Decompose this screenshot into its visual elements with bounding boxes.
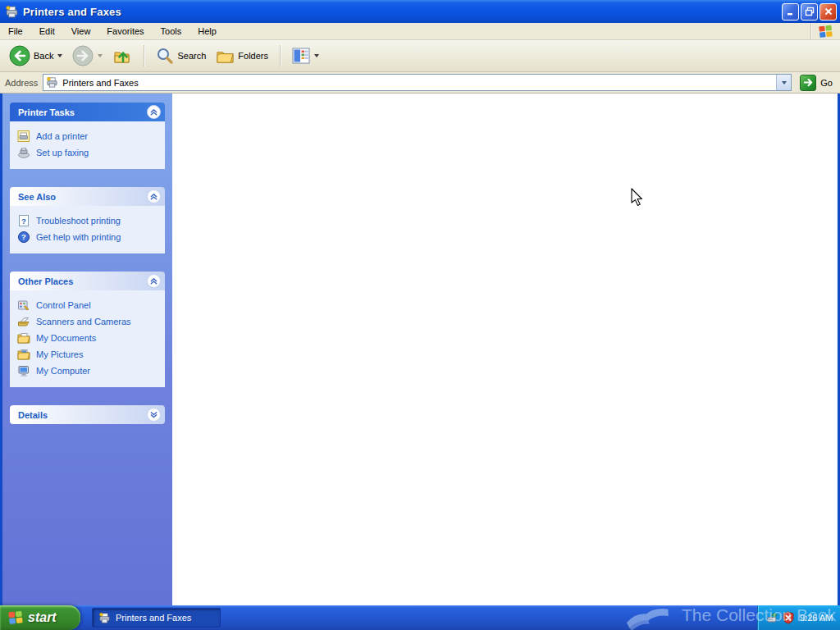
scanners-cameras-icon — [17, 315, 30, 328]
folders-label: Folders — [238, 51, 268, 61]
folders-icon — [216, 47, 235, 66]
task-link-label: Set up faxing — [36, 148, 89, 158]
svg-text:?: ? — [21, 232, 26, 241]
close-button[interactable] — [819, 3, 837, 21]
my-pictures-icon — [17, 348, 30, 361]
back-label: Back — [34, 51, 53, 61]
address-label: Address — [5, 78, 38, 88]
menu-favorites[interactable]: Favorites — [98, 23, 152, 39]
menu-edit[interactable]: Edit — [31, 23, 63, 39]
panel-other-places-header[interactable]: Other Places — [10, 272, 165, 290]
task-pane-sidebar: Printer Tasks Add a printer — [2, 94, 172, 605]
address-bar: Address Printers and Faxes Go — [0, 72, 840, 94]
printer-icon — [5, 5, 19, 19]
search-button[interactable]: Search — [153, 45, 208, 66]
search-icon — [156, 47, 174, 65]
forward-button[interactable] — [70, 43, 105, 68]
taskbar-button-printers-and-faxes[interactable]: Printers and Faxes — [92, 608, 221, 628]
menu-view[interactable]: View — [63, 23, 99, 39]
restore-button[interactable] — [801, 3, 818, 21]
menu-file[interactable]: File — [0, 23, 31, 39]
toolbar: Back Search — [0, 40, 840, 72]
link-my-documents[interactable]: My Documents — [17, 330, 162, 346]
my-documents-icon — [17, 331, 30, 345]
chevron-down-icon — [782, 81, 787, 84]
menu-spacer — [225, 23, 810, 39]
windows-logo-icon — [810, 23, 840, 39]
panel-title: See Also — [18, 192, 56, 202]
taskbar: start Printers and Faxes — [0, 605, 840, 630]
go-label: Go — [820, 78, 833, 88]
toolbar-separator — [144, 45, 144, 66]
panel-details-header[interactable]: Details — [10, 405, 165, 424]
link-control-panel[interactable]: Control Panel — [17, 297, 162, 313]
task-link-label: My Documents — [36, 333, 96, 343]
task-link-label: Get help with printing — [36, 232, 121, 242]
panel-title: Details — [18, 410, 48, 420]
window-titlebar: Printers and Faxes — [0, 0, 840, 23]
panel-other-places: Other Places Co — [10, 272, 165, 387]
panel-see-also: See Also ? Troubleshoot printing — [10, 187, 165, 253]
panel-details: Details — [10, 405, 165, 424]
toolbar-separator — [280, 45, 281, 66]
chevron-up-icon[interactable] — [147, 274, 161, 288]
start-button[interactable]: start — [0, 605, 80, 630]
views-dropdown-caret-icon[interactable] — [314, 54, 319, 57]
menu-tools[interactable]: Tools — [153, 23, 190, 39]
menu-help[interactable]: Help — [189, 23, 225, 39]
chevron-up-icon[interactable] — [147, 105, 161, 119]
views-button[interactable] — [290, 45, 322, 66]
panel-printer-tasks-header[interactable]: Printer Tasks — [10, 103, 165, 121]
back-icon — [9, 45, 30, 66]
panel-printer-tasks: Printer Tasks Add a printer — [10, 103, 165, 169]
address-input[interactable]: Printers and Faxes — [43, 74, 792, 91]
printer-icon — [98, 612, 111, 624]
windows-flag-icon — [7, 609, 24, 626]
back-button[interactable]: Back — [7, 43, 65, 68]
panel-title: Other Places — [18, 276, 73, 286]
forward-icon — [72, 45, 94, 66]
link-my-pictures[interactable]: My Pictures — [17, 346, 162, 363]
folders-button[interactable]: Folders — [213, 45, 271, 67]
up-button[interactable] — [110, 44, 135, 67]
window-content: Printer Tasks Add a printer — [0, 94, 840, 605]
address-dropdown-button[interactable] — [776, 75, 791, 90]
link-my-computer[interactable]: My Computer — [17, 363, 162, 379]
chevron-down-icon[interactable] — [147, 408, 161, 422]
task-set-up-faxing[interactable]: Set up faxing — [17, 144, 162, 161]
security-alert-icon[interactable] — [782, 611, 795, 624]
panel-other-places-body: Control Panel Scanners and Cameras — [10, 290, 165, 387]
taskbar-empty-area — [221, 605, 757, 630]
panel-see-also-header[interactable]: See Also — [10, 187, 165, 206]
go-arrow-icon — [800, 75, 816, 91]
link-get-help-with-printing[interactable]: ? Get help with printing — [17, 229, 162, 245]
task-link-label: My Computer — [36, 366, 90, 376]
folder-view-area[interactable] — [172, 94, 838, 605]
task-link-label: Troubleshoot printing — [36, 216, 121, 226]
troubleshoot-page-icon: ? — [17, 214, 30, 227]
svg-text:?: ? — [21, 217, 26, 226]
task-add-a-printer[interactable]: Add a printer — [17, 128, 162, 144]
system-tray: 9:26 AM — [757, 605, 840, 630]
add-printer-icon — [17, 130, 30, 143]
search-label: Search — [177, 51, 206, 61]
panel-title: Printer Tasks — [18, 107, 75, 117]
control-panel-icon — [17, 299, 30, 312]
safely-remove-hardware-icon[interactable] — [765, 611, 778, 624]
link-scanners-and-cameras[interactable]: Scanners and Cameras — [17, 313, 162, 330]
window-title: Printers and Faxes — [23, 6, 782, 18]
chevron-up-icon[interactable] — [147, 189, 161, 203]
back-dropdown-caret-icon[interactable] — [57, 54, 62, 57]
forward-dropdown-caret-icon[interactable] — [98, 54, 103, 57]
printer-icon — [46, 76, 58, 89]
start-label: start — [28, 610, 57, 625]
go-button[interactable]: Go — [797, 75, 838, 91]
views-icon — [292, 47, 310, 65]
task-link-label: Add a printer — [36, 131, 88, 141]
clock[interactable]: 9:26 AM — [800, 613, 833, 623]
task-link-label: My Pictures — [36, 349, 83, 359]
panel-printer-tasks-body: Add a printer Set up faxing — [10, 121, 165, 169]
minimize-button[interactable] — [782, 3, 799, 21]
link-troubleshoot-printing[interactable]: ? Troubleshoot printing — [17, 212, 162, 229]
task-link-label: Scanners and Cameras — [36, 317, 131, 326]
